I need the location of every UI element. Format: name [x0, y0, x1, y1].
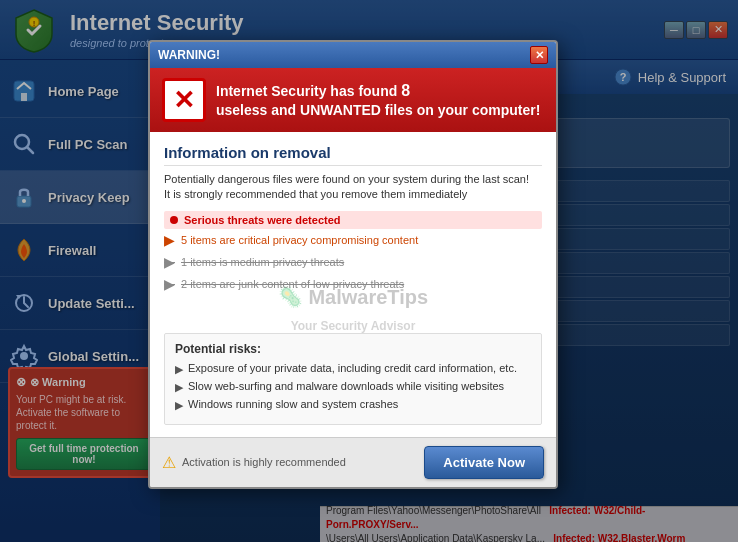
- risk-arrow-icon-2: ▶: [175, 380, 183, 394]
- info-removal-text: Potentially dangerous files were found o…: [164, 172, 542, 203]
- risk-item-1: ▶ Exposure of your private data, includi…: [175, 361, 531, 376]
- bullet-icon: [170, 216, 178, 224]
- threat-serious-item: Serious threats were detected: [164, 211, 542, 229]
- threat-low-item: ▶ 2 items are junk content of low privac…: [164, 273, 542, 295]
- alert-error-icon: ✕: [162, 78, 206, 122]
- dialog-title: WARNING!: [158, 48, 220, 62]
- threat-serious-text: Serious threats were detected: [184, 214, 341, 226]
- threat-medium-item: ▶ 1 items is medium privacy threats: [164, 251, 542, 273]
- threat-critical-item: ▶ 5 items are critical privacy compromis…: [164, 229, 542, 251]
- info-removal-title: Information on removal: [164, 144, 542, 166]
- dialog-overlay: WARNING! ✕ ✕ Internet Security has found…: [0, 0, 738, 542]
- dialog-footer: ⚠ Activation is highly recommended Activ…: [150, 437, 556, 487]
- warning-triangle-icon: ⚠: [162, 453, 176, 472]
- arrow-right-icon: ▶: [164, 232, 175, 248]
- risk-arrow-icon-3: ▶: [175, 398, 183, 412]
- threat-medium-text: 1 items is medium privacy threats: [181, 256, 344, 268]
- threat-low-text: 2 items are junk content of low privacy …: [181, 278, 404, 290]
- warning-dialog: WARNING! ✕ ✕ Internet Security has found…: [148, 40, 558, 489]
- arrow-right-icon-3: ▶: [164, 276, 175, 292]
- activation-message: ⚠ Activation is highly recommended: [162, 453, 346, 472]
- alert-message: Internet Security has found 8useless and…: [216, 81, 540, 120]
- risks-title: Potential risks:: [175, 342, 531, 356]
- activate-now-button[interactable]: Activate Now: [424, 446, 544, 479]
- risk-text-2: Slow web-surfing and malware downloads w…: [188, 379, 504, 393]
- threat-critical-text: 5 items are critical privacy compromisin…: [181, 234, 418, 246]
- risk-text-1: Exposure of your private data, including…: [188, 361, 517, 375]
- dialog-close-button[interactable]: ✕: [530, 46, 548, 64]
- arrow-right-icon-2: ▶: [164, 254, 175, 270]
- risk-item-2: ▶ Slow web-surfing and malware downloads…: [175, 379, 531, 394]
- risks-section: Potential risks: ▶ Exposure of your priv…: [164, 333, 542, 425]
- dialog-alert-header: ✕ Internet Security has found 8useless a…: [150, 68, 556, 132]
- risk-arrow-icon: ▶: [175, 362, 183, 376]
- risk-item-3: ▶ Windows running slow and system crashe…: [175, 397, 531, 412]
- dialog-title-bar: WARNING! ✕: [150, 42, 556, 68]
- activation-text: Activation is highly recommended: [182, 456, 346, 468]
- risk-text-3: Windows running slow and system crashes: [188, 397, 398, 411]
- watermark-area: 🦠 MalwareTips Your Security Advisor: [164, 295, 542, 325]
- error-x-icon: ✕: [173, 87, 195, 113]
- app-window: ! Internet Security designed to protect …: [0, 0, 738, 542]
- dialog-body: Information on removal Potentially dange…: [150, 132, 556, 437]
